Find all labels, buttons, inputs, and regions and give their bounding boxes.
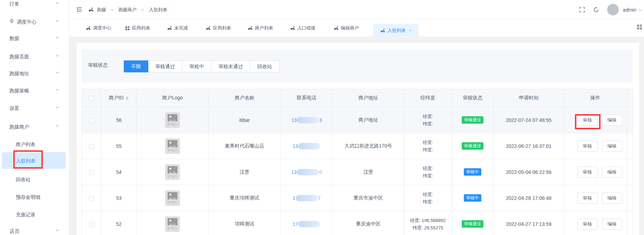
row-checkbox[interactable]: [89, 222, 94, 227]
col-lnglat: 经纬度: [404, 89, 452, 107]
sidebar-item-orders[interactable]: 订单: [0, 0, 69, 12]
row-checkbox[interactable]: [89, 144, 94, 149]
tab-merchant-list[interactable]: 商户列表: [248, 19, 273, 37]
phone-blur: [297, 117, 319, 123]
table-row: 52 暂无图片 瑸晖测试 17 重庆渝中区 经度: 106.568892纬度: …: [82, 211, 633, 235]
refresh-icon[interactable]: [593, 7, 599, 13]
phone-blur: [298, 221, 320, 227]
sidebar-item-recycle-bin[interactable]: 回收站: [0, 171, 69, 188]
menu-fold-icon[interactable]: [76, 6, 82, 13]
table-row: 54 暂无图片 汉堡 130 汉堡 经度: 纬度: 审核中 2022-05-04…: [82, 159, 633, 185]
status-badge: 审核通过: [462, 116, 483, 124]
sidebar-item-clerk[interactable]: 店员: [0, 222, 69, 235]
sidebar-item-errand-page[interactable]: 跑腿页面: [0, 48, 69, 65]
sidebar: 订单 调度中心 数据 跑腿页面 跑腿地址 跑腿策略 设置 跑腿商户 商户列表 入…: [0, 0, 69, 235]
phone-number[interactable]: 17: [293, 195, 321, 201]
close-icon[interactable]: ×: [409, 28, 412, 33]
edit-button[interactable]: 编辑: [602, 141, 622, 152]
edit-button[interactable]: 编辑: [602, 115, 622, 126]
breadcrumb-item[interactable]: 跑腿商户: [118, 7, 137, 12]
tab-app-list-2[interactable]: 应用列表: [206, 19, 231, 37]
filter-panel: 审核状态 不限 审核通过 审核中 审核未通过 回收站: [82, 49, 633, 83]
tab-list-icon[interactable]: [637, 24, 642, 30]
chevron-down-icon: [56, 229, 59, 231]
select-all-checkbox[interactable]: [89, 96, 94, 101]
phone-number[interactable]: 13: [293, 143, 321, 149]
filter-option-all[interactable]: 不限: [124, 60, 148, 72]
status-badge: 审核通过: [462, 220, 483, 228]
col-address: 商户地址: [333, 89, 404, 107]
breadcrumb-separator: >: [141, 7, 144, 12]
image-icon: [168, 192, 177, 200]
col-apply-time: 申请时间: [494, 89, 564, 107]
filter-option-approved[interactable]: 审核通过: [148, 60, 182, 72]
sidebar-item-prestore-detail[interactable]: 预存金明细: [0, 188, 69, 205]
col-actions: 操作: [564, 89, 627, 107]
status-badge: 审核中: [464, 194, 481, 202]
row-checkbox[interactable]: [89, 118, 94, 123]
sidebar-item-data[interactable]: 数据: [0, 30, 69, 46]
audit-button[interactable]: 审核: [577, 167, 598, 178]
edit-button[interactable]: 编辑: [602, 192, 622, 204]
tab-app-list-1[interactable]: 应用列表: [125, 19, 150, 37]
phone-blur: [297, 169, 319, 175]
sidebar-item-dispatch-center[interactable]: 调度中心: [0, 13, 69, 30]
row-checkbox[interactable]: [89, 170, 94, 175]
sidebar-item-merchant-list[interactable]: 商户列表: [0, 136, 69, 152]
breadcrumb-item[interactable]: 入驻列表: [149, 7, 167, 12]
breadcrumb-item[interactable]: 跑腿: [97, 7, 106, 12]
audit-button[interactable]: 审核: [577, 218, 598, 230]
image-icon: [168, 140, 177, 148]
phone-number[interactable]: 133: [291, 117, 322, 123]
content-panel: 审核状态 不限 审核通过 审核中 审核未通过 回收站 商户ID 商户Logo: [77, 43, 639, 235]
lnglat-cell: 经度: 纬度:: [404, 139, 452, 154]
col-phone: 联系电话: [281, 89, 333, 107]
phone-number[interactable]: 130: [291, 169, 322, 175]
sort-icon[interactable]: [126, 96, 129, 100]
filter-option-reviewing[interactable]: 审核中: [182, 60, 211, 72]
row-checkbox[interactable]: [89, 196, 94, 201]
phone-blur: [298, 143, 320, 149]
content-area: 审核状态 不限 审核通过 审核中 审核未通过 回收站 商户ID 商户Logo: [69, 37, 644, 235]
table-header-row: 商户ID 商户Logo 商户名称 联系电话 商户地址 经纬度 审核状态 申请时间…: [82, 89, 633, 107]
table-row: 56 暂无图片 itibar 133 商户地址 经度: 纬度: 审核通过 202…: [82, 107, 633, 133]
col-merchant-id: 商户ID: [101, 89, 137, 107]
no-image-placeholder: 暂无图片: [165, 216, 180, 232]
col-merchant-logo: 商户Logo: [137, 89, 209, 107]
tab-dispatch-center[interactable]: 调度中心: [86, 19, 111, 37]
tab-unfinished[interactable]: 未完成: [167, 19, 188, 37]
audit-button[interactable]: 审核: [577, 141, 598, 152]
sidebar-item-errand-strategy[interactable]: 跑腿策略: [0, 82, 69, 99]
status-badge: 审核中: [464, 168, 481, 176]
audit-button[interactable]: 审核: [577, 192, 598, 204]
sidebar-item-errand-merchant[interactable]: 跑腿商户: [0, 118, 69, 135]
col-status: 审核状态: [452, 89, 494, 107]
chevron-down-icon: [56, 88, 59, 91]
top-header: 跑腿 > 跑腿商户 > 入驻列表 admin: [69, 0, 644, 19]
edit-button[interactable]: 编辑: [602, 167, 622, 178]
header-checkbox-cell: [82, 89, 101, 107]
sidebar-item-errand-address[interactable]: 跑腿地址: [0, 65, 69, 81]
chevron-down-icon: [56, 19, 59, 22]
filter-option-rejected[interactable]: 审核未通过: [211, 60, 250, 72]
tab-edit-merchant[interactable]: 编辑商户: [334, 19, 359, 37]
audit-button[interactable]: 审核: [577, 115, 598, 126]
fullscreen-icon[interactable]: [579, 7, 585, 13]
table-row: 55 暂无图片 素果时代石嘴山店 13 大武口前进北路170号 经度: 纬度: …: [82, 133, 633, 159]
avatar[interactable]: [607, 4, 619, 15]
tab-entry-list-active[interactable]: 入驻列表×: [373, 24, 419, 37]
no-image-placeholder: 暂无图片: [165, 112, 180, 128]
tab-entry-link[interactable]: 入口链接: [290, 19, 316, 37]
user-menu[interactable]: admin: [623, 7, 641, 13]
chevron-down-icon: [56, 54, 59, 57]
no-image-placeholder: 暂无图片: [165, 190, 180, 206]
sidebar-item-settings[interactable]: 设置: [0, 99, 69, 116]
sidebar-item-recharge-record[interactable]: 充值记录: [0, 206, 69, 223]
phone-blur: [296, 195, 318, 201]
filter-option-recycle[interactable]: 回收站: [250, 60, 279, 72]
sidebar-item-entry-list[interactable]: 入驻列表: [2, 152, 66, 169]
phone-number[interactable]: 17: [293, 221, 321, 227]
no-image-placeholder: 暂无图片: [165, 138, 180, 154]
edit-button[interactable]: 编辑: [602, 218, 622, 230]
status-badge: 审核通过: [462, 142, 483, 150]
